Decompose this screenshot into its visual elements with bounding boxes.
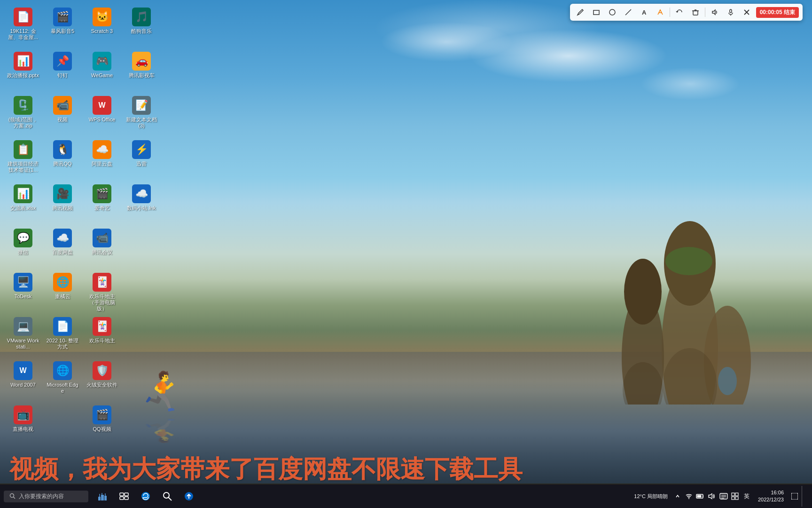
- icon-pptx[interactable]: 📊 政治播报.pptx: [5, 49, 41, 91]
- icon-live-tv[interactable]: 📺 直播电视: [5, 403, 41, 445]
- delete-btn[interactable]: [689, 6, 702, 19]
- icon-scratch-label: Scratch 3: [91, 28, 113, 34]
- svg-rect-26: [105, 493, 106, 496]
- svg-rect-46: [735, 497, 738, 500]
- timer-btn[interactable]: 00:00:05 结束: [756, 7, 799, 18]
- svg-rect-25: [102, 493, 102, 495]
- icon-wps[interactable]: W WPS Office: [84, 93, 120, 135]
- icon-landlord2[interactable]: 🃏 欢乐斗地主: [84, 314, 120, 357]
- desktop-icons-grid: 📄 19K112: 金 屋、非金屋... 🎬 暴风影音5 🐱 Scratch 3…: [5, 5, 161, 445]
- icon-excel[interactable]: 📊 交流表.xlsx: [5, 182, 41, 224]
- icon-landlord-mobile[interactable]: 🃏 欢乐斗地主（手游电脑版）: [84, 270, 120, 312]
- tencent-meeting-icon: 📹: [93, 229, 111, 247]
- icon-kugou[interactable]: 🎵 酷狗音乐: [123, 5, 160, 47]
- taskbar-arrow-btn[interactable]: [179, 486, 199, 507]
- taskbar: 入你要搜索的内容: [0, 484, 812, 508]
- subtitle-text: 视频，我为大家带来了百度网盘不限速下载工具: [0, 455, 523, 484]
- icon-scratch3[interactable]: 🐱 Scratch 3: [84, 5, 120, 47]
- icon-chongdian[interactable]: 🌐 重橘云: [44, 270, 81, 312]
- weibo-icon: 📹: [53, 96, 72, 115]
- wifi-icon-btn[interactable]: [684, 491, 694, 501]
- show-desktop-btn[interactable]: [802, 486, 804, 507]
- icon-storm-player[interactable]: 🎬 暴风影音5: [44, 5, 81, 47]
- icon-zip[interactable]: 🗜️ (领域)范围，方案.zip: [5, 93, 41, 135]
- svg-point-6: [665, 247, 712, 275]
- taskbar-search-bar[interactable]: 入你要搜索的内容: [4, 491, 88, 502]
- icon-tencent-car-label: 腾讯影视车: [129, 72, 155, 79]
- taskbar-search-btn[interactable]: [157, 486, 178, 507]
- icon-todesk[interactable]: 🖥️ ToDesk: [5, 270, 41, 312]
- highlight-tool-btn[interactable]: [654, 6, 667, 19]
- tencent-video-icon: 🎥: [53, 184, 72, 203]
- word2007-icon: W: [14, 361, 32, 380]
- live-tv-icon: 📺: [14, 405, 32, 424]
- search-taskbar-icon: [162, 491, 172, 501]
- taskbar-edge-btn[interactable]: [135, 486, 156, 507]
- icon-qqvideo2[interactable]: 🎬 QQ视频: [84, 403, 120, 445]
- icon-qqvideo2-label: QQ视频: [93, 426, 111, 432]
- icon-tencent-car[interactable]: 🚗 腾讯影视车: [123, 49, 160, 91]
- clock-time: 16:06: [758, 489, 784, 496]
- annotation-toolbar: A: [570, 4, 803, 21]
- icon-new-text[interactable]: 📝 新建文本文档(3): [123, 93, 160, 135]
- todesk-icon: 🖥️: [14, 273, 32, 292]
- city-icon: [97, 491, 108, 501]
- circle-tool-btn[interactable]: [606, 6, 619, 19]
- new-text-icon: 📝: [132, 96, 151, 115]
- input-method-icon-btn[interactable]: [718, 491, 729, 501]
- icon-digital-village[interactable]: ☁️ 数码小站.lnk: [123, 182, 160, 224]
- icon-weibo[interactable]: 📹 视频: [44, 93, 81, 135]
- icon-pptx-label: 政治播报.pptx: [7, 72, 39, 79]
- svg-rect-22: [101, 495, 104, 500]
- icon-txt2022[interactable]: 📄 2022 10- 整理方式: [44, 314, 81, 357]
- grid-view-btn[interactable]: [730, 491, 740, 501]
- clock-date: 2022/12/23: [758, 496, 784, 503]
- icon-vmware[interactable]: 💻 VMware Workstati...: [5, 314, 41, 357]
- input-method-group: 英: [718, 491, 752, 501]
- storm-icon: 🎬: [53, 8, 72, 26]
- edge-icon: 🌐: [53, 361, 72, 380]
- line-tool-btn[interactable]: [622, 6, 635, 19]
- language-indicator[interactable]: 英: [741, 492, 752, 500]
- svg-rect-29: [120, 497, 124, 500]
- taskbar-weather[interactable]: 12°C 局部晴朗: [631, 493, 671, 500]
- icon-huocheng[interactable]: 🛡️ 火绒安全软件: [84, 358, 120, 401]
- icon-wegame[interactable]: 🎮 WeGame: [84, 49, 120, 91]
- qqvideo2-icon: 🎬: [93, 405, 111, 424]
- icon-project[interactable]: 📋 建筑项目经济技术签证(1...: [5, 137, 41, 180]
- icon-tencent-meeting-label: 腾讯会议: [92, 249, 112, 255]
- icon-edge[interactable]: 🌐 Microsoft Edge: [44, 358, 81, 401]
- icon-qq[interactable]: 🐧 腾讯QQ: [44, 137, 81, 180]
- audio-btn[interactable]: [708, 6, 721, 19]
- taskbar-city-btn[interactable]: [92, 486, 113, 507]
- pen-tool-btn[interactable]: [574, 6, 587, 19]
- rect-tool-btn[interactable]: [590, 6, 603, 19]
- icon-baidu-netdisk[interactable]: ☁️ 百度网盘: [44, 226, 81, 268]
- icon-wechat[interactable]: 💬 微信: [5, 226, 41, 268]
- show-hidden-icons-btn[interactable]: [672, 491, 683, 501]
- edge-taskbar-icon: [141, 491, 151, 501]
- icon-storm-label: 暴风影音5: [51, 28, 74, 34]
- icon-dingding[interactable]: 📌 钉钉: [44, 49, 81, 91]
- subtitle-banner: 视频，我为大家带来了百度网盘不限速下载工具: [0, 455, 812, 484]
- taskbar-clock[interactable]: 16:06 2022/12/23: [754, 489, 788, 504]
- svg-rect-15: [730, 9, 732, 13]
- toolbar-close-btn[interactable]: [740, 6, 753, 19]
- taskbar-taskview-btn[interactable]: [114, 486, 134, 507]
- icon-xunlei[interactable]: ⚡ 迅雷: [123, 137, 160, 180]
- taskbar-search-placeholder: 入你要搜索的内容: [19, 492, 64, 500]
- icon-pdf-reader[interactable]: 📄 19K112: 金 屋、非金屋...: [5, 5, 41, 47]
- volume-icon-btn[interactable]: [706, 491, 717, 501]
- undo-btn[interactable]: [673, 6, 686, 19]
- icon-tencent-video[interactable]: 🎥 腾讯视频: [44, 182, 81, 224]
- icon-word2007[interactable]: W Word 2007: [5, 358, 41, 401]
- icon-iqiyi[interactable]: 🎬 爱奇艺: [84, 182, 120, 224]
- icon-tencent-meeting[interactable]: 📹 腾讯会议: [84, 226, 120, 268]
- mic-btn[interactable]: [724, 6, 737, 19]
- svg-point-32: [164, 492, 169, 498]
- battery-icon-btn[interactable]: [695, 491, 705, 501]
- runner-figure: 🏃: [139, 370, 186, 414]
- icon-aliyun[interactable]: ☁️ 阿里云盘: [84, 137, 120, 180]
- notification-btn[interactable]: [789, 491, 800, 501]
- text-tool-btn[interactable]: A: [638, 6, 651, 19]
